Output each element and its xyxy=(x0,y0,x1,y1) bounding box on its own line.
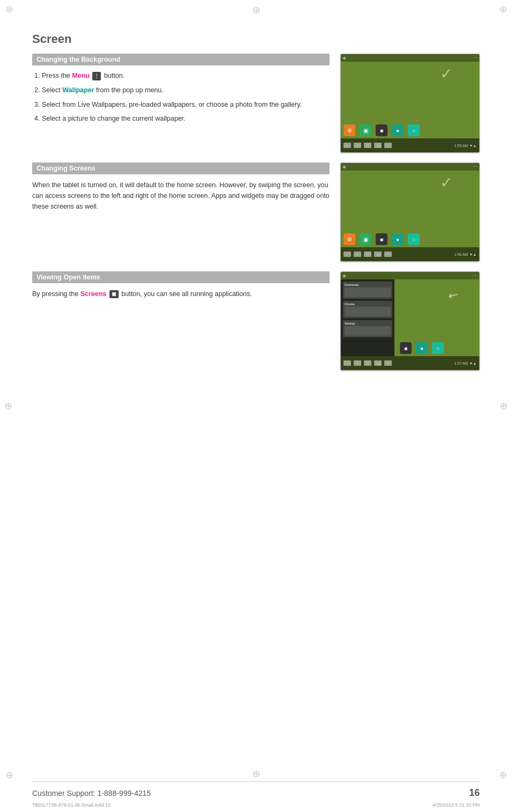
corner-mark-tl: ⊕ xyxy=(4,4,14,14)
app-icons-row-3: ■ ● ○ xyxy=(400,342,444,354)
topbar-right-3: ⋯ xyxy=(473,274,477,278)
nav-up-2: ↑ xyxy=(384,252,392,257)
tablet-topbar-1: ⋯ xyxy=(341,54,479,62)
app-icon-2-1: ⚙ xyxy=(343,233,355,245)
app-icon-4: ● xyxy=(392,124,404,136)
app-icon-3-1: ■ xyxy=(400,342,412,354)
tablet-screenshot-3: ⋯ Downloads Chrome Settings xyxy=(340,271,480,371)
app-icons-row-2: ⚙ ▣ ■ ● ○ xyxy=(343,233,420,245)
nav-home: ○ xyxy=(354,143,361,148)
subsection-bar-bg: Changing the Background xyxy=(32,54,330,65)
page-content: Screen Changing the Background Press the… xyxy=(32,32,480,758)
nav-recents-2: □ xyxy=(364,252,371,257)
open-item-3-thumb xyxy=(345,326,391,336)
app-icon-3-3: ○ xyxy=(432,342,444,354)
nav-recents-3: □ xyxy=(364,360,371,366)
topbar-dot-2 xyxy=(343,166,346,168)
footer-page-number: 16 xyxy=(469,787,480,799)
tablet-time-1: 1:50 AM ▼▲ xyxy=(455,144,477,147)
wallpaper-checkmark-2: ✓ xyxy=(440,174,452,191)
nav-vol-2: ◁ xyxy=(374,252,382,257)
section-screens-right: ⋯ ✓ ⚙ ▣ ■ ● ○ ← ○ □ ◁ ↑ xyxy=(340,163,480,262)
screens-icon: ▣ xyxy=(109,290,119,298)
topbar-dot-3 xyxy=(343,275,346,277)
corner-mark-bl: ⊕ xyxy=(4,770,14,780)
corner-mark-tr: ⊕ xyxy=(498,4,508,14)
open-items-panel: Downloads Chrome Settings xyxy=(341,279,394,356)
nav-up-3: ↑ xyxy=(384,360,392,366)
step-3: Select from Live Wallpapers, pre-loaded … xyxy=(42,100,330,110)
file-info-right: 4/25/2013 5:21:20 PM xyxy=(432,802,480,808)
viewing-open-body: By pressing the Screens ▣ button, you ca… xyxy=(32,289,330,299)
tablet-nav-icons-3: ← ○ □ ◁ ↑ xyxy=(343,360,392,366)
app-icon-5: ○ xyxy=(408,124,420,136)
app-icons-row-1: ⚙ ▣ ■ ● ○ xyxy=(343,124,420,136)
tablet-time-3: 1:57 AM ▼▲ xyxy=(455,361,477,365)
wallpaper-checkmark: ✓ xyxy=(440,65,452,83)
tablet-bottombar-2: ← ○ □ ◁ ↑ 1:50 AM ▼▲ xyxy=(341,247,479,261)
nav-back-2: ← xyxy=(343,252,351,257)
nav-vol: ◁ xyxy=(374,143,382,148)
app-icon-2-2: ▣ xyxy=(360,233,371,245)
app-icon-1: ⚙ xyxy=(343,124,355,136)
footer-support: Customer Support: 1-888-999-4215 xyxy=(32,789,151,798)
screens-label: Screens xyxy=(81,290,107,298)
tablet-screenshot-2: ⋯ ✓ ⚙ ▣ ■ ● ○ ← ○ □ ◁ ↑ xyxy=(340,163,480,262)
tablet-bottombar-3: ← ○ □ ◁ ↑ 1:57 AM ▼▲ xyxy=(341,356,479,370)
wallpaper-arrow: ↙ xyxy=(445,286,461,304)
center-mark-bottom: ⊕ xyxy=(252,768,260,780)
tablet-time-2: 1:50 AM ▼▲ xyxy=(455,253,477,256)
section-screens-left: Changing Screens When the tablet is turn… xyxy=(32,163,330,216)
topbar-dot-1 xyxy=(343,57,346,60)
step-4: Select a picture to change the current w… xyxy=(42,114,330,124)
open-item-1: Downloads xyxy=(343,282,392,299)
steps-list: Press the Menu ⋮ button. Select Wallpape… xyxy=(42,71,330,124)
topbar-left-1 xyxy=(343,57,346,60)
open-item-2: Chrome xyxy=(343,301,392,318)
nav-up: ↑ xyxy=(384,143,392,148)
topbar-right-1: ⋯ xyxy=(473,56,477,60)
open-item-2-thumb xyxy=(345,307,391,316)
changing-screens-body: When the tablet is turned on, it will de… xyxy=(32,180,330,212)
center-mark-left: ⊕ xyxy=(4,400,12,412)
topbar-right-2: ⋯ xyxy=(473,165,477,169)
section-open-right: ⋯ Downloads Chrome Settings xyxy=(340,271,480,371)
topbar-left-3 xyxy=(343,275,346,277)
open-item-3: Settings xyxy=(343,320,392,337)
file-info-left: TBDG773B-876-01-IB-Small.indd 16 xyxy=(32,802,111,808)
app-icon-2-5: ○ xyxy=(408,233,420,245)
step-1: Press the Menu ⋮ button. xyxy=(42,71,330,81)
nav-back-3: ← xyxy=(343,360,351,366)
tablet-topbar-3: ⋯ xyxy=(341,272,479,279)
page-footer: Customer Support: 1-888-999-4215 16 xyxy=(32,781,480,799)
app-icon-2-4: ● xyxy=(392,233,404,245)
nav-recents: □ xyxy=(364,143,371,148)
tablet-topbar-2: ⋯ xyxy=(341,163,479,171)
corner-mark-br: ⊕ xyxy=(498,770,508,780)
wallpaper-label: Wallpaper xyxy=(62,86,94,94)
tablet-nav-icons-1: ← ○ □ ◁ ↑ xyxy=(343,143,392,148)
nav-vol-3: ◁ xyxy=(374,360,382,366)
section-viewing-open: Viewing Open items By pressing the Scree… xyxy=(32,271,480,371)
section-open-left: Viewing Open items By pressing the Scree… xyxy=(32,271,330,304)
menu-label: Menu xyxy=(72,72,90,79)
open-item-2-title: Chrome xyxy=(345,302,391,306)
subsection-bar-open: Viewing Open items xyxy=(32,271,330,283)
open-item-1-title: Downloads xyxy=(345,283,391,286)
step-2: Select Wallpaper from the pop up menu. xyxy=(42,85,330,95)
nav-home-2: ○ xyxy=(354,252,361,257)
section-changing-screens: Changing Screens When the tablet is turn… xyxy=(32,163,480,262)
app-icon-3: ■ xyxy=(376,124,387,136)
section-bg-right: ⋯ ✓ ⚙ ▣ ■ ● ○ ← ○ □ ◁ ↑ xyxy=(340,54,480,153)
menu-icon: ⋮ xyxy=(92,72,101,80)
tablet-bottombar-1: ← ○ □ ◁ ↑ 1:50 AM ▼▲ xyxy=(341,138,479,152)
app-icon-2-3: ■ xyxy=(376,233,387,245)
section-bg-left: Changing the Background Press the Menu ⋮… xyxy=(32,54,330,129)
app-icon-3-2: ● xyxy=(416,342,428,354)
tablet-nav-icons-2: ← ○ □ ◁ ↑ xyxy=(343,252,392,257)
page-title: Screen xyxy=(32,32,480,46)
center-mark-right: ⊕ xyxy=(500,400,508,412)
topbar-left-2 xyxy=(343,166,346,168)
open-item-3-title: Settings xyxy=(345,322,391,325)
open-item-1-thumb xyxy=(345,287,391,297)
